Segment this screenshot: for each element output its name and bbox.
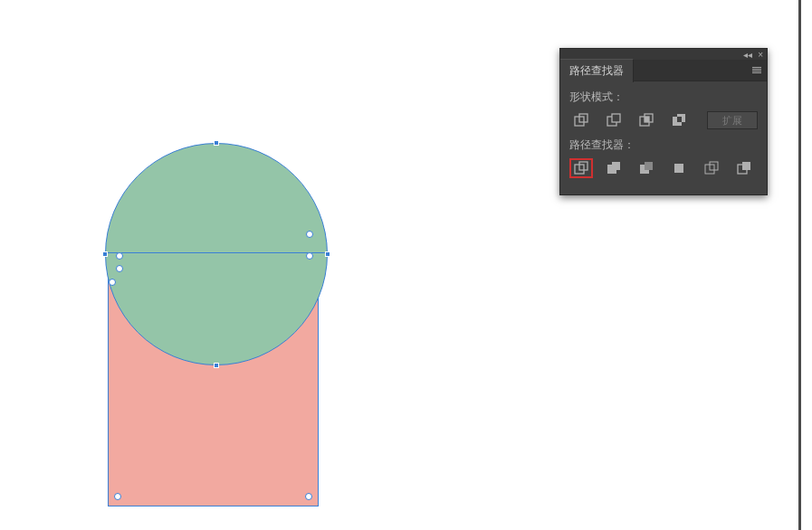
pathfinders-label: 路径查找器：: [569, 137, 758, 153]
anchor-point[interactable]: [116, 252, 123, 260]
selection-handle[interactable]: [325, 251, 330, 257]
anchor-point[interactable]: [305, 493, 312, 500]
path-segment: [105, 252, 328, 253]
svg-rect-3: [612, 114, 620, 122]
pathfinders-row: [569, 158, 758, 178]
divide-button[interactable]: [569, 158, 593, 178]
unite-button[interactable]: [569, 110, 593, 130]
minus-back-button[interactable]: [732, 158, 756, 178]
svg-rect-13: [645, 162, 653, 170]
divide-icon: [573, 161, 589, 175]
tab-pathfinder[interactable]: 路径查找器: [560, 59, 634, 82]
selection-handle[interactable]: [214, 140, 219, 146]
svg-rect-9: [677, 117, 682, 122]
trim-button[interactable]: [602, 158, 626, 178]
collapse-icon[interactable]: ◂◂: [743, 50, 752, 60]
shape-modes-label: 形状模式：: [569, 90, 758, 105]
crop-button[interactable]: [667, 158, 691, 178]
pathfinder-panel: ◂◂ × 路径查找器 形状模式： 扩展 路径查找器: [559, 48, 768, 195]
svg-rect-6: [645, 117, 649, 122]
minus-front-icon: [606, 113, 622, 128]
selection-handle[interactable]: [214, 363, 219, 368]
selection-handle[interactable]: [102, 251, 108, 257]
intersect-button[interactable]: [635, 110, 658, 130]
anchor-point[interactable]: [306, 231, 313, 238]
minus-front-button[interactable]: [602, 110, 626, 130]
intersect-icon: [638, 113, 654, 128]
minus-back-icon: [736, 161, 752, 175]
expand-button[interactable]: 扩展: [707, 111, 758, 129]
anchor-point[interactable]: [109, 279, 116, 286]
unite-icon: [573, 113, 589, 128]
trim-icon: [606, 161, 622, 175]
shape-modes-row: 扩展: [569, 110, 758, 130]
close-icon[interactable]: ×: [758, 50, 763, 60]
outline-button[interactable]: [700, 158, 723, 178]
anchor-point[interactable]: [114, 493, 121, 500]
anchor-point[interactable]: [306, 252, 313, 260]
anchor-point[interactable]: [116, 265, 123, 272]
crop-icon: [671, 161, 687, 175]
outline-icon: [703, 161, 720, 175]
ruler-edge: [798, 0, 801, 530]
panel-tabs: 路径查找器: [560, 60, 767, 81]
merge-icon: [638, 161, 654, 175]
exclude-icon: [671, 113, 687, 128]
exclude-button[interactable]: [667, 110, 691, 130]
ellipse-shape[interactable]: [105, 143, 328, 365]
svg-rect-14: [674, 164, 683, 173]
panel-menu-icon[interactable]: [752, 67, 761, 73]
merge-button[interactable]: [635, 158, 658, 178]
